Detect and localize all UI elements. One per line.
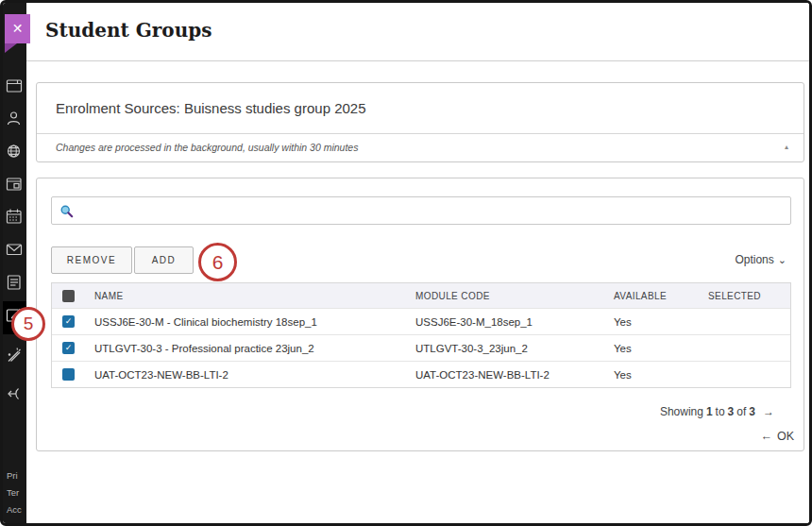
row-name: UTLGVT-30-3 - Professional practice 23ju… [94, 343, 415, 354]
select-all-checkbox[interactable] [62, 290, 75, 302]
sidebar-item-sign-out[interactable] [6, 385, 26, 410]
options-label: Options [735, 253, 773, 266]
sidebar-item-globe[interactable] [6, 143, 26, 167]
processing-note: Changes are processed in the background,… [56, 142, 358, 153]
column-header-module-code[interactable]: MODULE CODE [415, 291, 614, 301]
close-icon: ✕ [12, 21, 24, 36]
row-available: Yes [614, 343, 708, 354]
column-header-available[interactable]: AVAILABLE [614, 291, 708, 301]
globe-icon [6, 143, 26, 160]
window-icon [6, 77, 26, 94]
tools-icon [6, 347, 26, 364]
pagination-total: 3 [749, 405, 755, 418]
row-checkbox[interactable] [62, 368, 75, 381]
remove-button[interactable]: REMOVE [51, 246, 132, 274]
sidebar-item-grades[interactable] [6, 274, 26, 298]
chevron-down-icon: ⌄ [778, 254, 787, 265]
sidebar: Pri Ter Acc [3, 3, 26, 523]
main-content: Student Groups Enrolment Sources: Buisne… [26, 3, 809, 523]
collapse-caret-icon[interactable]: ▴ [785, 143, 788, 151]
table-row[interactable]: USSJ6E-30-M - Clinical biochemistry 18se… [52, 308, 790, 334]
privacy-link[interactable]: Pri [7, 467, 22, 484]
row-module-code: UAT-OCT23-NEW-BB-LTI-2 [415, 369, 614, 381]
page-title: Student Groups [45, 19, 211, 42]
pagination-to-word: to [716, 405, 725, 418]
list-icon [6, 274, 26, 291]
row-module-code: UTLGVT-30-3_23jun_2 [415, 343, 614, 354]
search-box[interactable] [51, 196, 791, 225]
row-available: Yes [614, 369, 708, 381]
row-available: Yes [614, 316, 708, 328]
enrolment-sources-panel: Enrolment Sources: Buisness studies grou… [36, 82, 804, 162]
app-window: Pri Ter Acc Student Groups Enrolment Sou… [0, 0, 812, 526]
column-header-selected[interactable]: SELECTED [708, 291, 790, 301]
browser-panel-icon [6, 176, 26, 193]
processing-note-bar[interactable]: Changes are processed in the background,… [37, 133, 804, 161]
sidebar-item-tools[interactable] [6, 347, 26, 371]
enrolment-sources-title: Enrolment Sources: Buisness studies grou… [37, 83, 804, 133]
column-header-name[interactable]: NAME [94, 291, 415, 301]
accessibility-link[interactable]: Acc [7, 501, 22, 518]
table-header-row: NAME MODULE CODE AVAILABLE SELECTED [52, 283, 790, 308]
annotation-step-6: 6 [198, 243, 237, 281]
calendar-icon [6, 208, 26, 225]
row-checkbox[interactable] [62, 342, 75, 354]
pagination-showing-label: Showing [660, 405, 703, 418]
sidebar-item-calendar[interactable] [6, 208, 26, 232]
search-input[interactable] [78, 198, 787, 223]
mail-icon [6, 241, 26, 258]
sources-panel: REMOVE ADD Options⌄ NAME MODULE CODE AVA… [36, 178, 804, 451]
sidebar-item-messages[interactable] [6, 241, 26, 265]
row-checkbox[interactable] [62, 315, 75, 328]
add-button[interactable]: ADD [134, 246, 194, 274]
options-dropdown[interactable]: Options⌄ [735, 253, 787, 266]
sources-table: NAME MODULE CODE AVAILABLE SELECTED USSJ… [51, 282, 791, 388]
sidebar-item-courses[interactable] [6, 176, 26, 200]
row-module-code: USSJ6E-30-M_18sep_1 [415, 316, 614, 328]
pagination: Showing1to3of3→ [660, 405, 777, 418]
sidebar-item-window[interactable] [6, 77, 26, 102]
ok-link[interactable]: ←OK [760, 430, 794, 443]
table-row[interactable]: UTLGVT-30-3 - Professional practice 23ju… [52, 334, 790, 361]
pagination-of-word: of [736, 405, 746, 418]
pagination-from: 1 [706, 405, 713, 418]
terms-link[interactable]: Ter [7, 484, 22, 501]
row-name: USSJ6E-30-M - Clinical biochemistry 18se… [94, 316, 415, 328]
sign-out-icon [6, 385, 26, 402]
annotation-step-5: 5 [11, 307, 45, 341]
close-button[interactable]: ✕ [5, 14, 30, 43]
sidebar-item-profile[interactable] [6, 110, 26, 134]
page-header: Student Groups [26, 3, 809, 61]
back-arrow-icon: ← [760, 430, 772, 443]
sidebar-footer-links: Pri Ter Acc [7, 467, 22, 518]
ok-label: OK [777, 430, 794, 443]
table-row[interactable]: UAT-OCT23-NEW-BB-LTI-2 UAT-OCT23-NEW-BB-… [52, 361, 790, 387]
next-page-arrow-icon[interactable]: → [763, 405, 774, 418]
person-icon [6, 110, 26, 127]
pagination-to: 3 [728, 405, 735, 418]
row-name: UAT-OCT23-NEW-BB-LTI-2 [94, 369, 415, 381]
